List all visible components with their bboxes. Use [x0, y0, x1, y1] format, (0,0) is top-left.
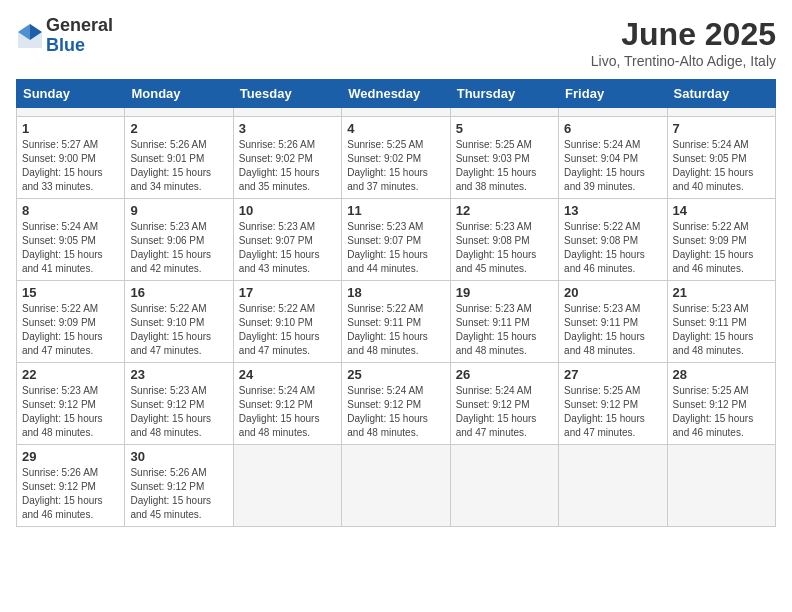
calendar-cell: 9Sunrise: 5:23 AMSunset: 9:06 PMDaylight…: [125, 199, 233, 281]
day-number: 14: [673, 203, 770, 218]
day-number: 11: [347, 203, 444, 218]
day-info: Sunrise: 5:26 AMSunset: 9:12 PMDaylight:…: [22, 466, 119, 522]
day-number: 30: [130, 449, 227, 464]
calendar-cell: [342, 445, 450, 527]
calendar-cell: 13Sunrise: 5:22 AMSunset: 9:08 PMDayligh…: [559, 199, 667, 281]
day-number: 9: [130, 203, 227, 218]
day-number: 20: [564, 285, 661, 300]
calendar-cell: 6Sunrise: 5:24 AMSunset: 9:04 PMDaylight…: [559, 117, 667, 199]
day-number: 7: [673, 121, 770, 136]
weekday-header-saturday: Saturday: [667, 80, 775, 108]
day-number: 10: [239, 203, 336, 218]
week-row-1: [17, 108, 776, 117]
calendar-cell: [559, 445, 667, 527]
day-info: Sunrise: 5:22 AMSunset: 9:10 PMDaylight:…: [239, 302, 336, 358]
day-info: Sunrise: 5:23 AMSunset: 9:07 PMDaylight:…: [347, 220, 444, 276]
day-info: Sunrise: 5:23 AMSunset: 9:07 PMDaylight:…: [239, 220, 336, 276]
day-info: Sunrise: 5:25 AMSunset: 9:03 PMDaylight:…: [456, 138, 553, 194]
calendar-cell: 26Sunrise: 5:24 AMSunset: 9:12 PMDayligh…: [450, 363, 558, 445]
calendar-cell: 20Sunrise: 5:23 AMSunset: 9:11 PMDayligh…: [559, 281, 667, 363]
calendar-cell: 19Sunrise: 5:23 AMSunset: 9:11 PMDayligh…: [450, 281, 558, 363]
location-title: Livo, Trentino-Alto Adige, Italy: [591, 53, 776, 69]
day-number: 24: [239, 367, 336, 382]
week-row-3: 8Sunrise: 5:24 AMSunset: 9:05 PMDaylight…: [17, 199, 776, 281]
calendar-cell: [342, 108, 450, 117]
day-info: Sunrise: 5:24 AMSunset: 9:04 PMDaylight:…: [564, 138, 661, 194]
day-number: 28: [673, 367, 770, 382]
calendar-cell: 3Sunrise: 5:26 AMSunset: 9:02 PMDaylight…: [233, 117, 341, 199]
weekday-header-tuesday: Tuesday: [233, 80, 341, 108]
day-info: Sunrise: 5:25 AMSunset: 9:12 PMDaylight:…: [673, 384, 770, 440]
day-number: 8: [22, 203, 119, 218]
calendar-cell: 29Sunrise: 5:26 AMSunset: 9:12 PMDayligh…: [17, 445, 125, 527]
week-row-4: 15Sunrise: 5:22 AMSunset: 9:09 PMDayligh…: [17, 281, 776, 363]
day-info: Sunrise: 5:22 AMSunset: 9:11 PMDaylight:…: [347, 302, 444, 358]
calendar-cell: [233, 445, 341, 527]
calendar-cell: 27Sunrise: 5:25 AMSunset: 9:12 PMDayligh…: [559, 363, 667, 445]
day-info: Sunrise: 5:23 AMSunset: 9:11 PMDaylight:…: [673, 302, 770, 358]
calendar-cell: [559, 108, 667, 117]
day-number: 29: [22, 449, 119, 464]
weekday-header-friday: Friday: [559, 80, 667, 108]
week-row-2: 1Sunrise: 5:27 AMSunset: 9:00 PMDaylight…: [17, 117, 776, 199]
calendar-cell: [17, 108, 125, 117]
calendar-cell: [667, 108, 775, 117]
day-number: 15: [22, 285, 119, 300]
day-info: Sunrise: 5:22 AMSunset: 9:08 PMDaylight:…: [564, 220, 661, 276]
calendar-cell: 15Sunrise: 5:22 AMSunset: 9:09 PMDayligh…: [17, 281, 125, 363]
calendar-cell: [450, 445, 558, 527]
calendar-cell: 4Sunrise: 5:25 AMSunset: 9:02 PMDaylight…: [342, 117, 450, 199]
calendar-cell: 25Sunrise: 5:24 AMSunset: 9:12 PMDayligh…: [342, 363, 450, 445]
day-number: 3: [239, 121, 336, 136]
day-number: 1: [22, 121, 119, 136]
day-number: 21: [673, 285, 770, 300]
logo: General Blue: [16, 16, 113, 56]
calendar-cell: 14Sunrise: 5:22 AMSunset: 9:09 PMDayligh…: [667, 199, 775, 281]
calendar-cell: 12Sunrise: 5:23 AMSunset: 9:08 PMDayligh…: [450, 199, 558, 281]
calendar-cell: 30Sunrise: 5:26 AMSunset: 9:12 PMDayligh…: [125, 445, 233, 527]
day-number: 17: [239, 285, 336, 300]
day-info: Sunrise: 5:27 AMSunset: 9:00 PMDaylight:…: [22, 138, 119, 194]
day-info: Sunrise: 5:25 AMSunset: 9:02 PMDaylight:…: [347, 138, 444, 194]
day-info: Sunrise: 5:24 AMSunset: 9:12 PMDaylight:…: [456, 384, 553, 440]
day-info: Sunrise: 5:22 AMSunset: 9:09 PMDaylight:…: [22, 302, 119, 358]
day-info: Sunrise: 5:23 AMSunset: 9:08 PMDaylight:…: [456, 220, 553, 276]
calendar-cell: 17Sunrise: 5:22 AMSunset: 9:10 PMDayligh…: [233, 281, 341, 363]
calendar-cell: 28Sunrise: 5:25 AMSunset: 9:12 PMDayligh…: [667, 363, 775, 445]
calendar-cell: 1Sunrise: 5:27 AMSunset: 9:00 PMDaylight…: [17, 117, 125, 199]
day-info: Sunrise: 5:24 AMSunset: 9:05 PMDaylight:…: [673, 138, 770, 194]
day-number: 18: [347, 285, 444, 300]
day-info: Sunrise: 5:26 AMSunset: 9:01 PMDaylight:…: [130, 138, 227, 194]
calendar-cell: 22Sunrise: 5:23 AMSunset: 9:12 PMDayligh…: [17, 363, 125, 445]
day-number: 16: [130, 285, 227, 300]
day-info: Sunrise: 5:26 AMSunset: 9:02 PMDaylight:…: [239, 138, 336, 194]
calendar-cell: [667, 445, 775, 527]
day-info: Sunrise: 5:23 AMSunset: 9:12 PMDaylight:…: [22, 384, 119, 440]
day-info: Sunrise: 5:25 AMSunset: 9:12 PMDaylight:…: [564, 384, 661, 440]
page-header: General Blue June 2025 Livo, Trentino-Al…: [16, 16, 776, 69]
calendar-cell: 5Sunrise: 5:25 AMSunset: 9:03 PMDaylight…: [450, 117, 558, 199]
day-number: 13: [564, 203, 661, 218]
day-info: Sunrise: 5:23 AMSunset: 9:11 PMDaylight:…: [456, 302, 553, 358]
day-number: 23: [130, 367, 227, 382]
calendar-cell: 10Sunrise: 5:23 AMSunset: 9:07 PMDayligh…: [233, 199, 341, 281]
calendar-cell: 7Sunrise: 5:24 AMSunset: 9:05 PMDaylight…: [667, 117, 775, 199]
day-info: Sunrise: 5:24 AMSunset: 9:12 PMDaylight:…: [347, 384, 444, 440]
calendar-table: SundayMondayTuesdayWednesdayThursdayFrid…: [16, 79, 776, 527]
calendar-cell: 2Sunrise: 5:26 AMSunset: 9:01 PMDaylight…: [125, 117, 233, 199]
week-row-5: 22Sunrise: 5:23 AMSunset: 9:12 PMDayligh…: [17, 363, 776, 445]
weekday-header-monday: Monday: [125, 80, 233, 108]
day-info: Sunrise: 5:24 AMSunset: 9:12 PMDaylight:…: [239, 384, 336, 440]
calendar-cell: [125, 108, 233, 117]
day-info: Sunrise: 5:22 AMSunset: 9:09 PMDaylight:…: [673, 220, 770, 276]
day-number: 2: [130, 121, 227, 136]
calendar-cell: 11Sunrise: 5:23 AMSunset: 9:07 PMDayligh…: [342, 199, 450, 281]
day-info: Sunrise: 5:23 AMSunset: 9:06 PMDaylight:…: [130, 220, 227, 276]
day-number: 22: [22, 367, 119, 382]
calendar-cell: 18Sunrise: 5:22 AMSunset: 9:11 PMDayligh…: [342, 281, 450, 363]
weekday-header-row: SundayMondayTuesdayWednesdayThursdayFrid…: [17, 80, 776, 108]
day-number: 6: [564, 121, 661, 136]
logo-icon: [16, 22, 44, 50]
calendar-cell: 8Sunrise: 5:24 AMSunset: 9:05 PMDaylight…: [17, 199, 125, 281]
day-number: 26: [456, 367, 553, 382]
